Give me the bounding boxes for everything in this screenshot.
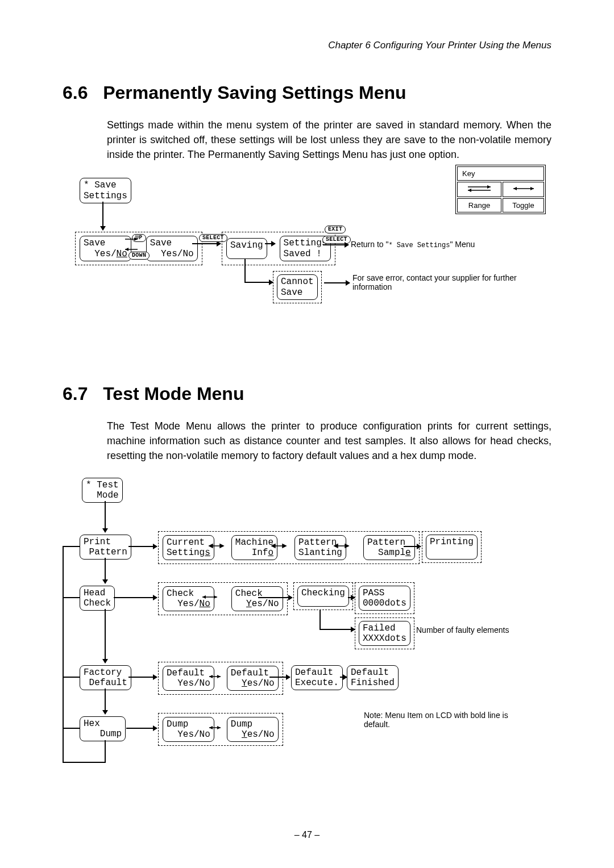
svg-marker-18 xyxy=(345,544,349,548)
section-number: 6.6 xyxy=(63,82,88,103)
node-failed: Failed XXXXdots xyxy=(359,621,410,646)
node-default-yesno-2: Default Yes/No xyxy=(227,666,279,691)
svg-marker-16 xyxy=(272,544,275,548)
section-title: Permanently Saving Settings Menu xyxy=(103,82,406,103)
node-save-settings-start: * Save Settings xyxy=(80,178,131,203)
group-cannot-save: Cannot Save xyxy=(273,271,322,303)
node-hex-dump: Hex Dump xyxy=(80,716,126,742)
node-default-finished: Default Finished xyxy=(347,665,399,691)
node-printing: Printing xyxy=(426,535,478,560)
group-pass: PASS 0000dots xyxy=(355,582,414,615)
svg-marker-10 xyxy=(125,248,128,251)
failed-note: Number of faulty elements xyxy=(416,625,509,635)
svg-marker-12 xyxy=(220,544,223,548)
default-note: Note: Menu Item on LCD with bold line is… xyxy=(364,711,512,729)
section-6-7-paragraph: The Test Mode Menu allows the printer to… xyxy=(107,419,551,463)
node-head-check: Head Check xyxy=(80,586,115,611)
svg-marker-28 xyxy=(209,726,213,729)
node-print-pattern: Print Pattern xyxy=(80,535,131,560)
node-cannot-save: Cannot Save xyxy=(277,274,318,300)
cannot-save-note: For save error, contact your supplier fo… xyxy=(352,273,517,291)
svg-marker-3 xyxy=(468,189,471,192)
node-factory-default: Factory Default xyxy=(80,665,131,691)
group-printing: Printing xyxy=(422,531,482,564)
svg-marker-1 xyxy=(487,185,491,189)
section-number-2: 6.7 xyxy=(63,383,88,404)
node-save-yesno-2: Save Yes/No xyxy=(146,236,198,261)
node-saving: Saving xyxy=(226,238,267,259)
legend-toggle: Toggle xyxy=(503,198,544,212)
return-note: Return to "* Save Settings" Menu xyxy=(351,240,475,249)
section-title-2: Test Mode Menu xyxy=(103,383,244,404)
svg-marker-25 xyxy=(209,675,213,678)
page-header: Chapter 6 Configuring Your Printer Using… xyxy=(63,40,551,51)
node-checking: Checking xyxy=(297,586,349,607)
section-6-7-heading: 6.7 Test Mode Menu xyxy=(63,383,551,404)
svg-marker-8 xyxy=(134,237,138,241)
node-pass: PASS 0000dots xyxy=(359,586,410,611)
node-check-yesno-2: Check Yes/No xyxy=(231,586,283,612)
svg-marker-15 xyxy=(283,544,286,548)
svg-marker-5 xyxy=(530,187,534,190)
legend-range: Range xyxy=(457,198,501,212)
group-checking: Checking xyxy=(293,582,353,610)
node-test-mode: * Test Mode xyxy=(82,478,123,503)
svg-marker-27 xyxy=(217,726,221,729)
diagram-save-settings: Key xyxy=(63,168,551,349)
svg-marker-24 xyxy=(217,675,221,678)
svg-marker-19 xyxy=(334,544,338,548)
svg-marker-13 xyxy=(209,544,213,548)
node-dump-yesno-2: Dump Yes/No xyxy=(227,717,279,742)
page-number: – 47 – xyxy=(63,830,551,840)
group-saving: Saving Settings Saved ! xyxy=(222,232,335,265)
node-default-yesno-1: Default Yes/No xyxy=(163,666,214,691)
group-failed: Failed XXXXdots xyxy=(355,617,414,650)
svg-marker-22 xyxy=(202,595,206,599)
svg-marker-6 xyxy=(513,187,517,190)
section-6-6-heading: 6.6 Permanently Saving Settings Menu xyxy=(63,82,551,103)
legend-key: Key xyxy=(455,165,546,214)
diagram-test-mode: * Test Mode Print Pattern CurrentCurrent… xyxy=(63,478,551,796)
section-6-6-paragraph: Settings made within the menu system of … xyxy=(107,118,551,162)
node-default-execute: Default Execute. xyxy=(291,665,343,691)
node-dump-yesno-1: Dump Yes/No xyxy=(163,717,214,742)
legend-title: Key xyxy=(457,166,544,181)
pill-exit: EXIT xyxy=(325,226,346,233)
svg-marker-21 xyxy=(214,595,217,599)
